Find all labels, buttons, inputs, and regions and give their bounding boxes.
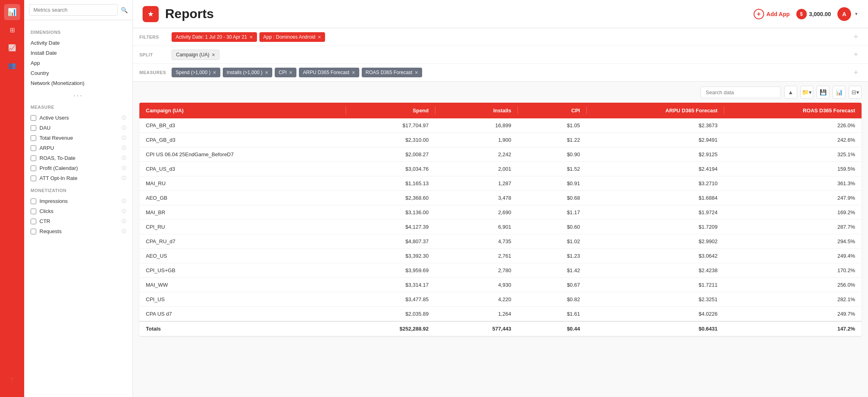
sidebar-content: DIMENSIONS Activity Date Install Date Ap…: [24, 20, 133, 397]
table-view-button[interactable]: ⊟▾: [849, 86, 862, 99]
requests-checkbox[interactable]: [31, 229, 36, 234]
profit-checkbox[interactable]: [31, 165, 36, 171]
sidebar-item-dau[interactable]: DAU ⓘ: [31, 123, 126, 133]
cell-campaign: CPA US d7: [139, 307, 346, 322]
sort-button[interactable]: ▲: [784, 86, 797, 99]
measure-spend-close-icon[interactable]: ×: [213, 69, 216, 76]
dau-info-icon[interactable]: ⓘ: [122, 125, 126, 131]
sidebar-item-requests[interactable]: Requests ⓘ: [31, 226, 126, 236]
icon-bar-grid[interactable]: ⊞: [4, 22, 20, 38]
measure-cpi-text: CPI: [279, 70, 287, 75]
cell-arpu: $1.6884: [586, 191, 724, 205]
sidebar-search-bar: 🔍: [24, 0, 133, 20]
sidebar-item-active-users[interactable]: Active Users ⓘ: [31, 113, 126, 123]
impressions-info-icon[interactable]: ⓘ: [122, 198, 126, 204]
clicks-checkbox[interactable]: [31, 209, 36, 214]
data-table: Campaign (UA) Spend Installs CPI: [139, 103, 862, 336]
cell-roas: 282.1%: [724, 292, 862, 307]
cell-campaign: CPI_US: [139, 292, 346, 307]
sidebar-item-install-date[interactable]: Install Date: [31, 48, 126, 58]
sidebar-item-activity-date[interactable]: Activity Date: [31, 38, 126, 48]
dimensions-more[interactable]: ...: [31, 88, 126, 100]
sidebar-item-profit[interactable]: Profit (Calendar) ⓘ: [31, 163, 126, 173]
measure-installs-tag[interactable]: Installs (>1,000 ) ×: [223, 68, 272, 77]
sidebar-item-ctr[interactable]: CTR ⓘ: [31, 216, 126, 226]
active-users-checkbox[interactable]: [31, 115, 36, 121]
logo-star-icon: ★: [147, 10, 154, 19]
cell-installs: 2,780: [435, 263, 518, 278]
column-header-installs[interactable]: Installs: [435, 103, 518, 118]
sidebar-item-clicks[interactable]: Clicks ⓘ: [31, 206, 126, 216]
add-app-button[interactable]: + Add App: [754, 9, 790, 19]
measure-roas-tag[interactable]: ROAS D365 Forecast ×: [362, 68, 422, 77]
dau-checkbox[interactable]: [31, 125, 36, 131]
icon-bar-chart[interactable]: 📈: [4, 39, 20, 56]
ctr-info-icon[interactable]: ⓘ: [122, 218, 126, 224]
total-revenue-info-icon[interactable]: ⓘ: [122, 135, 126, 141]
sidebar-item-impressions[interactable]: Impressions ⓘ: [31, 196, 126, 206]
save-button[interactable]: 💾: [816, 86, 829, 99]
app-filter-close-icon[interactable]: ×: [318, 34, 321, 40]
app-filter-tag[interactable]: App : Dominoes Android ×: [259, 32, 325, 42]
icon-bar-support[interactable]: ❓: [4, 373, 20, 389]
date-filter-tag[interactable]: Activity Date: 1 Jul 20 - 30 Apr 21 ×: [172, 32, 257, 42]
measure-arpu-close-icon[interactable]: ×: [352, 69, 355, 76]
clicks-info-icon[interactable]: ⓘ: [122, 208, 126, 214]
requests-label: Requests: [39, 228, 118, 234]
dimensions-section-title: DIMENSIONS: [31, 30, 126, 35]
att-opt-in-info-icon[interactable]: ⓘ: [122, 175, 126, 181]
active-users-info-icon[interactable]: ⓘ: [122, 115, 126, 121]
campaign-col-label: Campaign (UA): [146, 108, 184, 114]
sidebar-item-country[interactable]: Country: [31, 68, 126, 78]
cell-campaign: MAI_WW: [139, 278, 346, 292]
icon-bar-users[interactable]: 👥: [4, 57, 20, 73]
sidebar-item-total-revenue[interactable]: Total Revenue ⓘ: [31, 133, 126, 143]
ctr-checkbox[interactable]: [31, 219, 36, 224]
arpu-info-icon[interactable]: ⓘ: [122, 145, 126, 151]
roas-checkbox[interactable]: [31, 155, 36, 161]
filters-add-icon[interactable]: +: [850, 32, 862, 41]
split-campaign-close-icon[interactable]: ×: [212, 52, 215, 58]
totals-row: Totals $252,288.92 577,443 $0.44 $0.6431…: [139, 321, 862, 336]
total-revenue-checkbox[interactable]: [31, 135, 36, 141]
column-header-arpu[interactable]: ARPU D365 Forecast: [586, 103, 724, 118]
cell-spend: $3,477.85: [346, 292, 435, 307]
metrics-search-input[interactable]: [29, 4, 118, 16]
cell-cpi: $0.90: [518, 147, 586, 162]
impressions-checkbox[interactable]: [31, 198, 36, 204]
cell-installs: 2,690: [435, 205, 518, 220]
measure-cpi-tag[interactable]: CPI ×: [275, 68, 296, 77]
measure-spend-tag[interactable]: Spend (>1,000 ) ×: [172, 68, 220, 77]
split-campaign-tag[interactable]: Campaign (UA) ×: [172, 50, 220, 60]
column-header-spend[interactable]: Spend: [346, 103, 435, 118]
column-header-roas[interactable]: ROAS D365 Forecast: [724, 103, 862, 118]
sidebar-item-network[interactable]: Network (Monetization): [31, 78, 126, 88]
split-add-icon[interactable]: +: [850, 50, 862, 59]
sidebar-item-roas[interactable]: ROAS, To-Date ⓘ: [31, 153, 126, 163]
totals-arpu: $0.6431: [586, 321, 724, 336]
folder-button[interactable]: 📁▾: [800, 86, 813, 99]
measure-arpu-tag[interactable]: ARPU D365 Forecast ×: [299, 68, 359, 77]
search-data-input[interactable]: [700, 87, 781, 98]
icon-bar-reports[interactable]: 📊: [4, 4, 20, 20]
avatar[interactable]: A: [837, 7, 851, 21]
requests-info-icon[interactable]: ⓘ: [122, 228, 126, 234]
column-header-campaign[interactable]: Campaign (UA): [139, 103, 346, 118]
totals-label: Totals: [139, 321, 346, 336]
chevron-down-icon[interactable]: ▼: [854, 12, 858, 16]
date-filter-close-icon[interactable]: ×: [249, 34, 253, 40]
cell-roas: 169.2%: [724, 205, 862, 220]
measure-roas-close-icon[interactable]: ×: [415, 69, 418, 76]
roas-info-icon[interactable]: ⓘ: [122, 155, 126, 161]
column-header-cpi[interactable]: CPI: [518, 103, 586, 118]
att-opt-in-checkbox[interactable]: [31, 176, 36, 181]
arpu-checkbox[interactable]: [31, 145, 36, 151]
chart-toggle-button[interactable]: 📊: [833, 86, 845, 99]
sidebar-item-arpu[interactable]: ARPU ⓘ: [31, 143, 126, 153]
measures-add-icon[interactable]: +: [850, 68, 862, 77]
sidebar-item-att-opt-in[interactable]: ATT Opt-In Rate ⓘ: [31, 173, 126, 183]
sidebar-item-app[interactable]: App: [31, 58, 126, 68]
measure-cpi-close-icon[interactable]: ×: [289, 69, 292, 76]
profit-info-icon[interactable]: ⓘ: [122, 165, 126, 171]
measure-installs-close-icon[interactable]: ×: [265, 69, 268, 76]
